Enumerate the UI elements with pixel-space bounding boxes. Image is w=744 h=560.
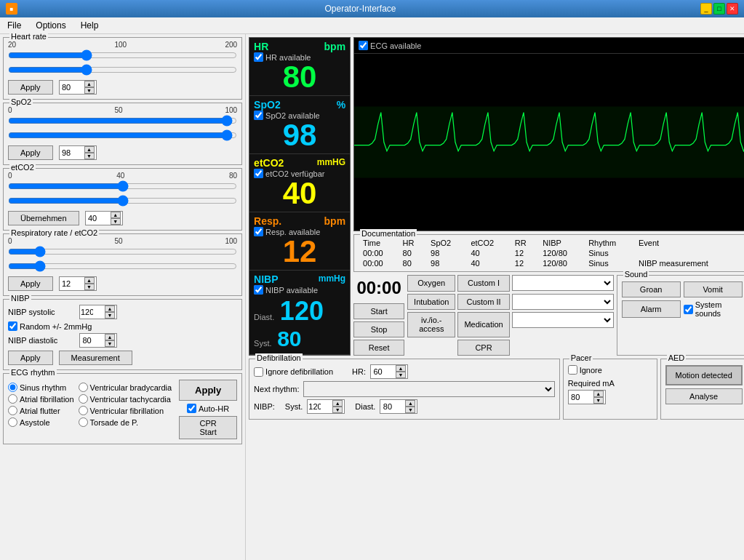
- resp-available-checkbox[interactable]: [254, 227, 263, 236]
- oxygen-button[interactable]: Oxygen: [407, 275, 455, 292]
- ecg-rhythm-apply-button[interactable]: Apply: [179, 380, 237, 401]
- cpr-button[interactable]: CPR: [457, 340, 509, 356]
- minimize-button[interactable]: _: [700, 3, 712, 15]
- groan-button[interactable]: Groan: [622, 281, 681, 297]
- defib-diast-input[interactable]: [380, 401, 405, 412]
- start-button[interactable]: Start: [353, 303, 404, 319]
- etco2-spin-down[interactable]: ▼: [111, 218, 121, 225]
- pacer-ignore-label[interactable]: Ignore: [568, 365, 652, 375]
- hr-spin-down[interactable]: ▼: [84, 87, 95, 94]
- nibp-dia-down[interactable]: ▼: [105, 340, 115, 347]
- rhythm-vfib[interactable]: Ventricular fibrillation: [79, 406, 172, 415]
- spo2-slider2[interactable]: [8, 129, 237, 141]
- defib-hr-down[interactable]: ▼: [396, 372, 406, 378]
- resp-slider2[interactable]: [8, 260, 237, 272]
- resp-spin-up[interactable]: ▲: [84, 277, 95, 284]
- nibp-dia-input[interactable]: [80, 335, 105, 345]
- defib-hr-up[interactable]: ▲: [396, 365, 406, 372]
- cpr-start-button[interactable]: CPR Start: [179, 416, 237, 439]
- custom1-dropdown[interactable]: [512, 275, 614, 291]
- hr-apply-button[interactable]: Apply: [8, 80, 53, 95]
- resp-spin-down[interactable]: ▼: [84, 284, 95, 290]
- defib-hr-input[interactable]: [371, 367, 396, 377]
- auto-hr-checkbox[interactable]: [187, 404, 196, 413]
- ecg-available-label[interactable]: ECG available: [359, 41, 421, 50]
- defib-ignore-label[interactable]: Ignore defibrillation: [254, 367, 333, 377]
- intubation-button[interactable]: Intubation: [407, 294, 455, 311]
- motion-detected-button[interactable]: Motion detected: [665, 365, 743, 385]
- etco2-apply-button[interactable]: Übernehmen: [8, 211, 79, 225]
- hr-available-checkbox[interactable]: [254, 52, 263, 62]
- rhythm-asystole[interactable]: Asystole: [8, 417, 74, 427]
- medication-button[interactable]: Medication: [457, 312, 509, 337]
- hr-spin-up[interactable]: ▲: [84, 81, 95, 87]
- defib-syst-down[interactable]: ▼: [332, 407, 343, 413]
- resp-slider[interactable]: [8, 246, 237, 257]
- etco2-slider[interactable]: [8, 180, 237, 192]
- analyse-button[interactable]: Analyse: [665, 388, 743, 404]
- menu-file[interactable]: File: [3, 19, 25, 32]
- system-sounds-checkbox[interactable]: [684, 305, 693, 314]
- pacer-ma-up[interactable]: ▲: [593, 391, 604, 397]
- ecg-available-checkbox[interactable]: [359, 41, 368, 50]
- nibp-sys-input[interactable]: [80, 307, 105, 317]
- menu-options[interactable]: Options: [31, 19, 70, 32]
- rhythm-afib[interactable]: Atrial fibrillation: [8, 394, 74, 404]
- medication-dropdown[interactable]: [512, 312, 614, 328]
- close-button[interactable]: ✕: [727, 3, 738, 15]
- maximize-button[interactable]: □: [713, 3, 725, 15]
- vomit-button[interactable]: Vomit: [684, 281, 743, 297]
- rhythm-vbrad[interactable]: Ventricular bradycardia: [79, 383, 172, 392]
- menu-help[interactable]: Help: [76, 19, 103, 32]
- defib-syst-up[interactable]: ▲: [332, 400, 343, 407]
- spo2-slider[interactable]: [8, 115, 237, 127]
- iv-access-button[interactable]: iv./io.-access: [407, 312, 455, 337]
- spo2-available-checkbox[interactable]: [254, 111, 263, 120]
- spo2-spin-down[interactable]: ▼: [84, 153, 95, 159]
- nibp-random-checkbox[interactable]: [8, 321, 17, 331]
- auto-hr-checkbox-label[interactable]: Auto-HR: [187, 404, 229, 413]
- reset-button[interactable]: Reset: [353, 340, 404, 356]
- etco2-value-input[interactable]: [86, 213, 111, 223]
- auto-hr-label: Auto-HR: [199, 404, 229, 413]
- pacer-ma-down[interactable]: ▼: [593, 397, 604, 404]
- spo2-spin-up[interactable]: ▲: [84, 146, 95, 153]
- hr-slider2[interactable]: [8, 64, 237, 76]
- nibp-sys-up[interactable]: ▲: [105, 305, 115, 312]
- rhythm-aflutter[interactable]: Atrial flutter: [8, 406, 74, 415]
- resp-apply-button[interactable]: Apply: [8, 276, 53, 291]
- etco2-spin-up[interactable]: ▲: [111, 212, 121, 218]
- stop-button[interactable]: Stop: [353, 321, 404, 337]
- nibp-available-checkbox[interactable]: [254, 285, 263, 295]
- resp-value-input[interactable]: [60, 279, 84, 289]
- nibp-measure-button[interactable]: Measurement: [59, 351, 132, 365]
- hr-slider[interactable]: [8, 49, 237, 61]
- nibp-dia-up[interactable]: ▲: [105, 334, 115, 340]
- custom2-dropdown[interactable]: [512, 294, 614, 310]
- system-sounds-label[interactable]: System sounds: [684, 300, 743, 318]
- rhythm-sinus[interactable]: Sinus rhythm: [8, 383, 74, 392]
- rhythm-vtach[interactable]: Ventricular tachycardia: [79, 394, 172, 404]
- etco2-available-checkbox[interactable]: [254, 169, 263, 178]
- nibp-sys-down[interactable]: ▼: [105, 312, 115, 319]
- hr-value-input[interactable]: [60, 82, 84, 92]
- pacer-ma-input[interactable]: [569, 392, 593, 402]
- nibp-apply-button[interactable]: Apply: [8, 351, 53, 365]
- defib-next-rhythm-dropdown[interactable]: [303, 381, 554, 397]
- etco2-group: etCO2 0 40 80 Übernehmen ▲ ▼: [3, 168, 242, 231]
- spo2-value-input[interactable]: [60, 148, 84, 158]
- defib-ignore-checkbox[interactable]: [254, 367, 263, 377]
- defib-diast-down[interactable]: ▼: [405, 407, 415, 413]
- spo2-apply-button[interactable]: Apply: [8, 145, 53, 160]
- etco2-slider2[interactable]: [8, 195, 237, 207]
- alarm-button[interactable]: Alarm: [622, 300, 681, 318]
- nibp-random-checkbox-label[interactable]: Random +/- 2mmHg: [8, 321, 92, 331]
- defib-diast-up[interactable]: ▲: [405, 400, 415, 407]
- hr-spin-input: ▲ ▼: [59, 80, 97, 95]
- custom2-button[interactable]: Custom II: [457, 294, 509, 311]
- nibp-vital-available-label[interactable]: NIBP available: [254, 285, 345, 295]
- pacer-ignore-checkbox[interactable]: [568, 365, 577, 375]
- custom1-button[interactable]: Custom I: [457, 275, 509, 292]
- rhythm-torsade[interactable]: Torsade de P.: [79, 417, 172, 427]
- defib-syst-input[interactable]: [308, 401, 332, 412]
